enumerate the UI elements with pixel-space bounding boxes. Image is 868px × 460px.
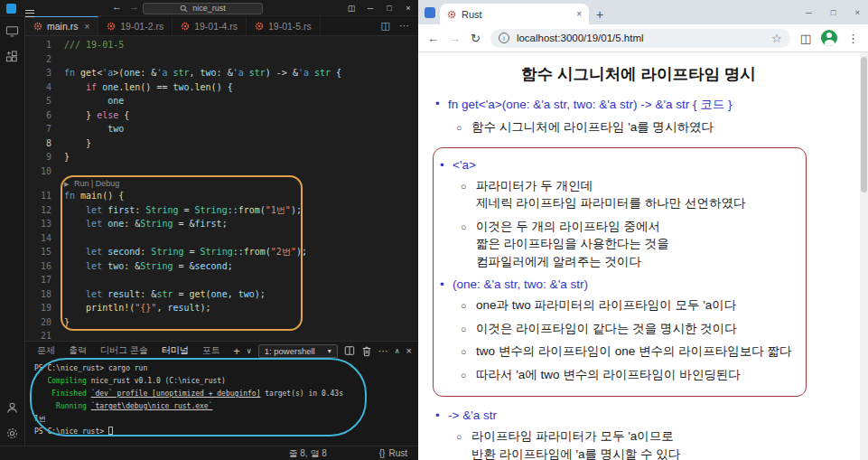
terminal-line: PS C:\nice_rust> cargo run xyxy=(34,362,418,375)
close-icon[interactable]: × xyxy=(576,9,582,19)
browser-tab[interactable]: Rust × xyxy=(440,4,589,24)
panel-tab[interactable]: 터미널 xyxy=(162,342,189,360)
extensions-icon[interactable] xyxy=(5,50,19,63)
terminal-line: Compiling nice_rust v0.1.0 (C:\nice_rust… xyxy=(34,375,418,388)
close-icon[interactable]: × xyxy=(404,4,413,13)
line-number: 8 xyxy=(25,136,64,151)
panel-more-icon[interactable]: ⋯ xyxy=(378,345,388,357)
close-icon[interactable]: × xyxy=(84,22,89,32)
code-line[interactable]: 18 let result: &str = get(one, two); xyxy=(25,287,418,302)
code-line[interactable]: 13 let one: &String = &first; xyxy=(25,217,418,231)
minimize-icon[interactable]: ─ xyxy=(806,7,812,17)
code-line[interactable]: 5 one xyxy=(25,94,418,108)
outline-bullet: -> &'a str xyxy=(433,408,845,422)
outline-item: fn get<'a>(one: &'a str, two: &'a str) -… xyxy=(433,97,845,136)
back-icon[interactable]: ← xyxy=(427,32,439,45)
outline-bullet: <'a> xyxy=(437,158,797,172)
code-line[interactable]: 20} xyxy=(25,315,418,330)
code-line[interactable]: 8 } xyxy=(25,136,418,151)
new-tab-button[interactable]: + xyxy=(596,7,603,22)
menu-icon[interactable] xyxy=(25,5,34,21)
language-mode[interactable]: Rust xyxy=(388,448,407,458)
code-line[interactable]: 21 xyxy=(25,329,418,341)
codelens-debug[interactable]: Debug xyxy=(96,179,120,188)
code-editor[interactable]: 1/// 19-01-523fn get<'a>(one: &'a str, t… xyxy=(25,36,418,341)
code-line[interactable]: 1/// 19-01-5 xyxy=(25,38,418,52)
profile-avatar[interactable] xyxy=(821,30,837,46)
maximize-icon[interactable]: □ xyxy=(831,7,836,17)
editor-tab[interactable]: 19-01-5.rs xyxy=(247,16,321,35)
line-number: 16 xyxy=(25,259,64,274)
code-line[interactable]: 11fn main() { xyxy=(25,189,418,203)
play-icon[interactable]: ▶ xyxy=(64,181,69,187)
panel-close-icon[interactable]: × xyxy=(406,345,412,356)
remote-explorer-icon[interactable] xyxy=(5,24,19,38)
outline-subitem: 이것은 라이프타임이 같다는 것을 명시한 것이다 xyxy=(461,320,797,338)
panel-maximize-icon[interactable]: ∧ xyxy=(395,347,400,355)
tab-title: Rust xyxy=(462,9,482,20)
terminal[interactable]: PS C:\nice_rust> cargo run Compiling nic… xyxy=(25,360,418,446)
split-terminal-icon[interactable] xyxy=(344,345,355,356)
command-center-search[interactable]: nice_rust xyxy=(143,3,263,14)
scrollbar[interactable] xyxy=(860,52,868,460)
code-line[interactable]: 7 two xyxy=(25,122,418,136)
maximize-icon[interactable]: □ xyxy=(385,4,394,13)
code-line[interactable]: 4 if one.len() == two.len() { xyxy=(25,80,418,95)
code-line[interactable]: 6 } else { xyxy=(25,108,418,123)
terminal-cursor xyxy=(108,427,113,435)
settings-gear-icon[interactable] xyxy=(5,427,19,440)
activity-bar xyxy=(0,16,25,446)
address-bar[interactable]: i localhost:3000/19/01/5.html ☆ xyxy=(490,29,790,48)
browser-menu-icon[interactable]: ⋮ xyxy=(847,32,859,45)
terminal-picker[interactable]: 1: powershell ▾ xyxy=(258,344,338,358)
line-number: 1 xyxy=(25,38,64,52)
code-line[interactable]: 9} xyxy=(25,150,418,164)
chevron-down-icon[interactable]: ∨ xyxy=(247,347,252,355)
code-line[interactable]: 16 let two: &String = &second; xyxy=(25,259,418,274)
line-number: 17 xyxy=(25,273,64,287)
panel-tab[interactable]: 문제 xyxy=(37,342,55,360)
scrollbar-thumb[interactable] xyxy=(861,57,867,192)
forward-icon[interactable]: → xyxy=(449,32,461,45)
editor-tab[interactable]: main.rs× xyxy=(25,16,98,35)
panel-tab[interactable]: 출력 xyxy=(69,342,87,360)
code-line[interactable]: 3fn get<'a>(one: &'a str, two: &'a str) … xyxy=(25,66,418,80)
browser-logo-icon[interactable] xyxy=(425,7,435,18)
code-line[interactable]: 14 xyxy=(25,231,418,246)
site-info-icon[interactable]: i xyxy=(499,33,509,43)
code-line[interactable]: 17 xyxy=(25,273,418,287)
terminal-line: PS C:\nice_rust> xyxy=(34,426,418,438)
new-terminal-icon[interactable]: + xyxy=(233,344,240,358)
codelens-run[interactable]: Run xyxy=(74,179,89,188)
code-line[interactable]: 10 xyxy=(25,164,418,179)
avatar-body xyxy=(825,40,835,46)
code-line[interactable]: 19 println!("{}", result); xyxy=(25,301,418,315)
trash-icon[interactable] xyxy=(361,345,372,357)
split-editor-icon[interactable]: ◫ xyxy=(381,20,390,32)
layout-toggle-icon[interactable]: ◫ xyxy=(347,4,356,13)
window-controls: ◫ ─ □ × xyxy=(347,0,413,15)
panel-tab[interactable]: 디버그 콘솔 xyxy=(100,342,148,360)
rust-file-icon xyxy=(181,22,190,31)
line-number: 11 xyxy=(25,189,64,203)
history-forward-icon[interactable]: → xyxy=(129,1,139,12)
cursor-position[interactable]: 줄 8, 열 8 xyxy=(289,447,327,460)
line-number: 9 xyxy=(25,150,64,164)
line-number: 4 xyxy=(25,80,64,95)
code-line[interactable]: 12 let first: String = String::from("1번"… xyxy=(25,203,418,218)
search-text: nice_rust xyxy=(192,4,226,13)
code-line[interactable]: 15 let second: String = String::from("2번… xyxy=(25,245,418,259)
panel-tab[interactable]: 포트 xyxy=(202,342,220,360)
minimize-icon[interactable]: ─ xyxy=(366,4,375,13)
bookmark-star-icon[interactable]: ☆ xyxy=(771,32,782,45)
editor-more-icon[interactable]: ⋯ xyxy=(399,20,409,32)
account-icon[interactable] xyxy=(5,401,19,415)
browser-window: Rust × + ─ □ × ← → ↻ i localhost:3000/19… xyxy=(418,0,868,460)
close-icon[interactable]: × xyxy=(854,7,860,17)
split-screen-icon[interactable]: ◫ xyxy=(800,32,811,45)
editor-tab[interactable]: 19-01-2.rs xyxy=(98,16,173,35)
history-back-icon[interactable]: ← xyxy=(112,1,122,12)
editor-tab[interactable]: 19-01-4.rs xyxy=(173,16,247,35)
reload-icon[interactable]: ↻ xyxy=(471,32,481,45)
code-line[interactable]: 2 xyxy=(25,52,418,67)
